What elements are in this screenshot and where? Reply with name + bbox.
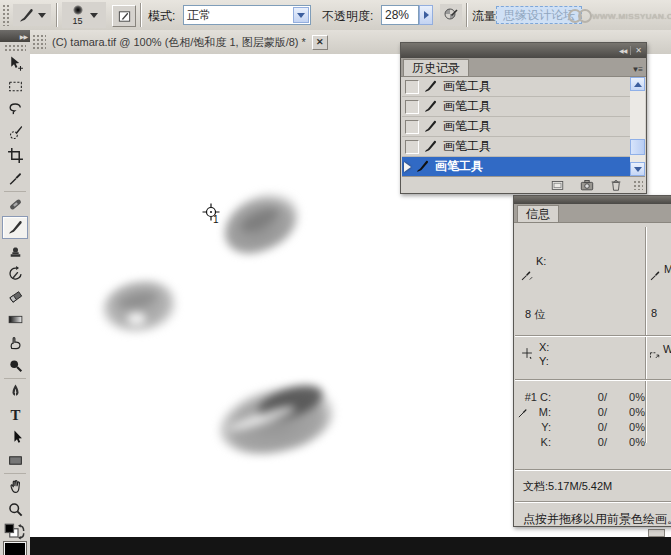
tool-gradient[interactable]	[2, 308, 28, 331]
tool-healing-brush[interactable]	[2, 193, 28, 216]
eyedropper-readout-icon[interactable]	[520, 269, 533, 282]
titlebar-grip[interactable]	[32, 34, 46, 50]
tool-type[interactable]: T	[2, 403, 28, 426]
tool-brush[interactable]	[2, 216, 28, 239]
toolbox-grip[interactable]	[4, 44, 26, 51]
pen-tool-icon	[7, 383, 24, 400]
tool-hand[interactable]	[2, 475, 28, 498]
document-title: (C) tamara.tif @ 100% (色相/饱和度 1, 图层蒙版/8)…	[52, 35, 306, 50]
chevron-down-icon	[297, 13, 305, 18]
scroll-up-button[interactable]	[630, 77, 645, 91]
history-snapshot-cell[interactable]	[405, 100, 419, 114]
tool-crop[interactable]	[2, 144, 28, 167]
airbrush-toggle-button[interactable]	[440, 4, 462, 26]
tool-hint-line1: 点按并拖移以用前景色绘画。	[523, 511, 671, 527]
tool-separator	[4, 378, 26, 379]
history-panel-header: ◀◀ ✕	[401, 43, 646, 58]
panel-resize-grip[interactable]	[633, 180, 643, 190]
foreground-background-swap-icon	[3, 522, 27, 540]
tool-smudge[interactable]	[2, 331, 28, 354]
history-list: 画笔工具 画笔工具 画笔工具 画笔工具 画笔工具	[402, 77, 630, 176]
tab-info[interactable]: 信息	[517, 205, 559, 222]
opacity-input[interactable]: 28%	[381, 5, 419, 25]
close-panel-icon[interactable]: ✕	[635, 46, 642, 55]
options-bar: 15 模式: 正常 不透明度: 28%	[0, 0, 671, 31]
history-state-pointer-icon[interactable]	[404, 162, 411, 172]
airbrush-icon	[443, 7, 459, 23]
grayscale-k-label: K:	[536, 255, 546, 267]
tool-eyedropper[interactable]	[2, 167, 28, 190]
new-snapshot-camera-button[interactable]	[579, 178, 595, 192]
tool-history-brush[interactable]	[2, 262, 28, 285]
quick-selection-tool-icon	[7, 124, 24, 141]
toolbox-header[interactable]: ▶▶	[0, 30, 30, 42]
history-step-label: 画笔工具	[443, 118, 491, 135]
tool-rect-marquee[interactable]	[2, 75, 28, 98]
x-coordinate-label: X:	[539, 341, 549, 353]
toggle-brushes-panel-button[interactable]	[112, 5, 136, 27]
separator	[630, 46, 631, 55]
paint-blob	[218, 384, 334, 452]
mode-dropdown[interactable]: 正常	[183, 5, 311, 25]
brush-tool-icon	[7, 219, 24, 236]
tool-pen[interactable]	[2, 380, 28, 403]
scroll-down-button[interactable]	[630, 162, 645, 176]
toolbox: ▶▶ T	[0, 30, 31, 555]
tool-zoom[interactable]	[2, 498, 28, 521]
eyedropper-tool-icon	[7, 170, 24, 187]
opacity-spinner-button[interactable]	[419, 5, 433, 25]
eyedropper-readout-icon[interactable]	[649, 269, 662, 282]
tool-path-selection[interactable]	[2, 426, 28, 449]
info-divider	[515, 501, 671, 502]
tool-clone-stamp[interactable]	[2, 239, 28, 262]
sampler-label: Y:	[515, 421, 551, 433]
tool-quick-selection[interactable]	[2, 121, 28, 144]
move-tool-icon	[7, 55, 24, 72]
history-snapshot-cell[interactable]	[405, 140, 419, 154]
new-document-from-state-button[interactable]	[550, 178, 565, 192]
options-bar-grip[interactable]	[2, 4, 9, 26]
smudge-tool-icon	[7, 334, 24, 351]
tool-list: T	[0, 52, 30, 521]
brushes-panel-icon	[117, 9, 132, 24]
shape-tool-icon	[7, 452, 24, 469]
foreground-color-swatch[interactable]	[4, 542, 26, 555]
photoshop-app: 15 模式: 正常 不透明度: 28%	[0, 0, 671, 555]
document-size-text: 文档:5.17M/5.42M	[523, 479, 612, 494]
tool-preset-picker[interactable]	[13, 4, 51, 26]
history-panel: ◀◀ ✕ 历史记录 ▼≡ 画笔工具 画笔工具 画笔工具	[400, 42, 647, 194]
history-row[interactable]: 画笔工具	[402, 97, 630, 117]
history-row[interactable]: 画笔工具	[402, 117, 630, 137]
swatch-swap-widget[interactable]	[3, 522, 27, 540]
history-row-selected[interactable]: 画笔工具	[402, 157, 630, 177]
collapse-panel-icon[interactable]: ◀◀	[619, 47, 626, 54]
history-snapshot-cell[interactable]	[405, 120, 419, 134]
history-scrollbar[interactable]	[630, 77, 645, 176]
brush-preset-picker[interactable]: 15	[62, 2, 106, 28]
type-tool-icon: T	[7, 406, 24, 423]
watermark-site-text: WWW.MISSYUAN.COM	[592, 12, 671, 21]
info-divider	[515, 379, 671, 380]
panel-menu-button[interactable]: ▼≡	[631, 65, 646, 76]
document-close-button[interactable]: ✕	[312, 35, 328, 50]
sampler-value: 0/	[573, 436, 607, 448]
sampler-label: K:	[515, 436, 551, 448]
scroll-thumb[interactable]	[630, 139, 645, 155]
tool-shape[interactable]	[2, 449, 28, 472]
tab-history[interactable]: 历史记录	[403, 59, 469, 76]
history-row[interactable]: 画笔工具	[402, 77, 630, 97]
history-snapshot-cell[interactable]	[405, 80, 419, 94]
delete-state-trash-button[interactable]	[609, 178, 623, 192]
sampler-label: M:	[515, 406, 551, 418]
brush-size-label: 15	[72, 17, 82, 26]
tool-move[interactable]	[2, 52, 28, 75]
brush-tip-icon	[71, 5, 85, 17]
tool-dodge[interactable]	[2, 354, 28, 377]
history-row[interactable]: 画笔工具	[402, 137, 630, 157]
mode-dropdown-button[interactable]	[293, 7, 309, 23]
tool-lasso[interactable]	[2, 98, 28, 121]
sampler-value: 0/	[573, 421, 607, 433]
window-resize-corner[interactable]	[648, 529, 665, 537]
gradient-tool-icon	[7, 311, 24, 328]
tool-eraser[interactable]	[2, 285, 28, 308]
